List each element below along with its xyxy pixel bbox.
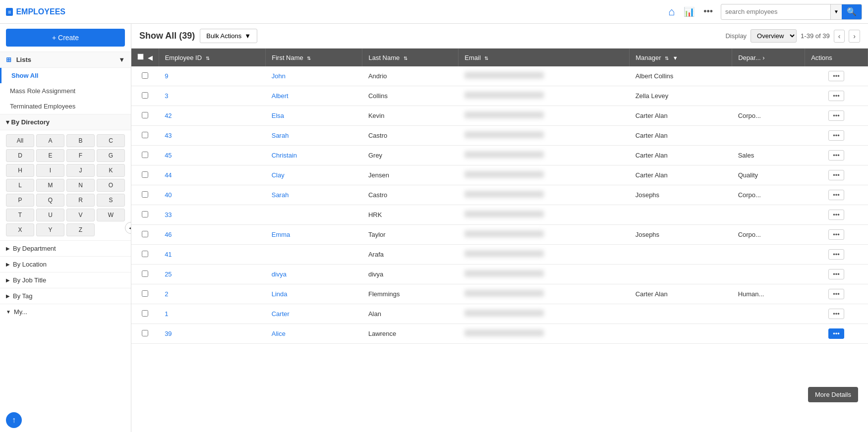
row-checkbox-cell[interactable] xyxy=(131,146,159,165)
sidebar-item-show-all[interactable]: Show All xyxy=(0,68,131,83)
select-all-header[interactable]: ◀ xyxy=(131,49,159,66)
alpha-a[interactable]: A xyxy=(36,134,64,147)
col-last-name[interactable]: Last Name ⇅ xyxy=(362,49,459,66)
col-department[interactable]: Depar... › xyxy=(732,49,805,66)
alpha-u[interactable]: U xyxy=(36,209,64,221)
scroll-top-button[interactable]: ↑ xyxy=(6,412,22,428)
cell-actions[interactable]: ••• xyxy=(805,225,868,245)
cell-actions[interactable]: ••• xyxy=(805,185,868,205)
row-checkbox[interactable] xyxy=(142,290,148,297)
bulk-actions-button[interactable]: Bulk Actions ▼ xyxy=(200,29,257,43)
col-manager[interactable]: Manager ⇅ ▼ xyxy=(630,49,732,66)
alpha-r[interactable]: R xyxy=(66,194,95,207)
alpha-s[interactable]: S xyxy=(97,194,125,207)
row-checkbox-cell[interactable] xyxy=(131,106,159,126)
row-checkbox[interactable] xyxy=(142,171,148,178)
cell-actions[interactable]: ••• xyxy=(805,106,868,126)
cell-actions[interactable]: ••• xyxy=(805,205,868,225)
pagination-prev-button[interactable]: ‹ xyxy=(834,30,845,43)
cell-actions[interactable]: ••• xyxy=(805,66,868,86)
alpha-h[interactable]: H xyxy=(6,164,34,177)
more-button[interactable]: ••• xyxy=(701,4,715,19)
by-job-title-section[interactable]: ▶ By Job Title xyxy=(0,272,131,288)
row-checkbox[interactable] xyxy=(142,231,148,237)
filter-icon-manager[interactable]: ▼ xyxy=(673,55,678,61)
actions-button[interactable]: ••• xyxy=(828,249,844,260)
row-checkbox[interactable] xyxy=(142,191,148,198)
search-input[interactable] xyxy=(721,8,830,15)
alpha-k[interactable]: K xyxy=(97,164,125,177)
alpha-e[interactable]: E xyxy=(36,149,64,162)
cell-actions[interactable]: ••• xyxy=(805,245,868,265)
row-checkbox[interactable] xyxy=(142,310,148,317)
row-checkbox-cell[interactable] xyxy=(131,304,159,324)
alpha-v[interactable]: V xyxy=(66,209,95,221)
alpha-q[interactable]: Q xyxy=(36,194,64,207)
alpha-o[interactable]: O xyxy=(97,179,125,192)
actions-button[interactable]: ••• xyxy=(828,328,844,339)
home-button[interactable]: ⌂ xyxy=(666,3,677,20)
row-checkbox-cell[interactable] xyxy=(131,86,159,106)
my-section[interactable]: ▼ My... xyxy=(0,304,131,320)
chart-button[interactable]: 📊 xyxy=(682,4,696,19)
create-button[interactable]: + Create xyxy=(6,29,125,47)
row-checkbox[interactable] xyxy=(142,211,148,217)
col-email[interactable]: Email ⇅ xyxy=(459,49,630,66)
by-tag-section[interactable]: ▶ By Tag xyxy=(0,288,131,304)
row-checkbox[interactable] xyxy=(142,330,148,336)
row-checkbox[interactable] xyxy=(142,132,148,138)
actions-button[interactable]: ••• xyxy=(828,130,844,141)
row-checkbox-cell[interactable] xyxy=(131,165,159,185)
alpha-y[interactable]: Y xyxy=(36,223,64,236)
cell-actions[interactable]: ••• xyxy=(805,86,868,106)
actions-button[interactable]: ••• xyxy=(828,289,844,299)
row-checkbox[interactable] xyxy=(142,152,148,158)
search-go-button[interactable]: 🔍 xyxy=(842,4,862,19)
row-checkbox-cell[interactable] xyxy=(131,324,159,344)
cell-actions[interactable]: ••• xyxy=(805,324,868,344)
pagination-next-button[interactable]: › xyxy=(849,30,860,43)
actions-button[interactable]: ••• xyxy=(828,91,844,101)
alpha-f[interactable]: F xyxy=(66,149,95,162)
row-checkbox[interactable] xyxy=(142,72,148,79)
sidebar-item-terminated[interactable]: Terminated Employees xyxy=(0,99,131,114)
cell-actions[interactable]: ••• xyxy=(805,265,868,284)
alpha-i[interactable]: I xyxy=(36,164,64,177)
row-checkbox[interactable] xyxy=(142,92,148,99)
alpha-z[interactable]: Z xyxy=(66,223,95,236)
select-all-checkbox[interactable] xyxy=(137,54,144,60)
row-checkbox-cell[interactable] xyxy=(131,245,159,265)
display-select[interactable]: Overview xyxy=(751,29,797,43)
actions-button[interactable]: ••• xyxy=(828,71,844,81)
actions-button[interactable]: ••• xyxy=(828,170,844,180)
col-first-name[interactable]: First Name ⇅ xyxy=(266,49,362,66)
alpha-w[interactable]: W xyxy=(97,209,125,221)
row-checkbox-cell[interactable] xyxy=(131,185,159,205)
alpha-t[interactable]: T xyxy=(6,209,34,221)
row-checkbox-cell[interactable] xyxy=(131,205,159,225)
cell-actions[interactable]: ••• xyxy=(805,165,868,185)
by-directory-header[interactable]: ▾ By Directory xyxy=(0,114,131,130)
cell-actions[interactable]: ••• xyxy=(805,304,868,324)
actions-button[interactable]: ••• xyxy=(828,309,844,319)
row-checkbox-cell[interactable] xyxy=(131,66,159,86)
by-department-section[interactable]: ▶ By Department xyxy=(0,240,131,256)
row-checkbox-cell[interactable] xyxy=(131,126,159,146)
alpha-x[interactable]: X xyxy=(6,223,34,236)
alpha-j[interactable]: J xyxy=(66,164,95,177)
actions-button[interactable]: ••• xyxy=(828,229,844,240)
alpha-d[interactable]: D xyxy=(6,149,34,162)
actions-button[interactable]: ••• xyxy=(828,150,844,161)
actions-button[interactable]: ••• xyxy=(828,110,844,121)
lists-section-header[interactable]: ⊞ Lists ▼ xyxy=(0,52,131,68)
alpha-p[interactable]: P xyxy=(6,194,34,207)
actions-button[interactable]: ••• xyxy=(828,190,844,200)
by-location-section[interactable]: ▶ By Location xyxy=(0,256,131,272)
actions-button[interactable]: ••• xyxy=(828,210,844,220)
row-checkbox[interactable] xyxy=(142,112,148,118)
alpha-c[interactable]: C xyxy=(97,134,125,147)
alpha-b[interactable]: B xyxy=(66,134,95,147)
row-checkbox[interactable] xyxy=(142,270,148,277)
actions-button[interactable]: ••• xyxy=(828,269,844,279)
row-checkbox-cell[interactable] xyxy=(131,284,159,304)
